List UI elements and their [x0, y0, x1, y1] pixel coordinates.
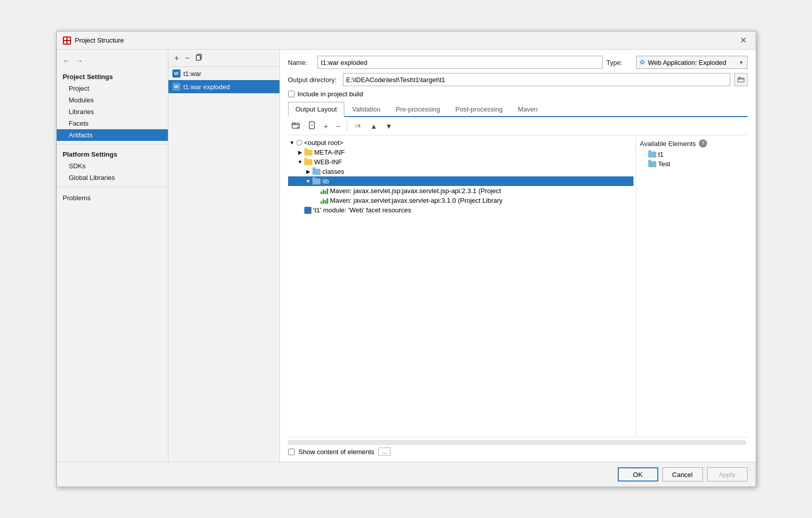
sidebar-item-artifacts[interactable]: Artifacts [57, 129, 168, 141]
output-dir-row: Output directory: [288, 73, 748, 86]
output-dir-input[interactable] [343, 73, 730, 86]
move-down-button[interactable]: ▼ [382, 120, 396, 132]
t1war-icon: W [172, 69, 181, 78]
artifact-t1war-exploded[interactable]: W t1:war exploded [168, 80, 279, 93]
add-dir-button[interactable]: + [288, 119, 303, 133]
tree-label-web-inf: WEB-INF [314, 158, 342, 166]
content-panel: Name: Type: ⚙ Web Application: Exploded … [280, 50, 756, 462]
tree-row-maven2[interactable]: Maven: javax.servlet:javax.servlet-api:3… [288, 196, 633, 205]
dialog-footer: OK Cancel Apply [57, 462, 756, 487]
maven2-icon [321, 197, 328, 204]
title-bar: Project Structure ✕ [57, 31, 756, 50]
bottom-bar [288, 437, 748, 445]
tree-toggle-lib: ▼ [304, 178, 312, 184]
cancel-button[interactable]: Cancel [662, 467, 703, 482]
type-dropdown[interactable]: ⚙ Web Application: Exploded ▼ [636, 56, 748, 69]
classes-folder-icon [312, 169, 321, 175]
tab-pre-processing[interactable]: Pre-processing [388, 102, 447, 116]
platform-settings-header: Platform Settings [57, 147, 168, 160]
available-elements-label: Available Elements [640, 140, 696, 147]
tree-label-meta-inf: META-INF [314, 149, 345, 156]
ok-button[interactable]: OK [618, 467, 658, 482]
tree-row-meta-inf[interactable]: ▶ META-INF [288, 147, 633, 157]
name-input[interactable] [317, 56, 603, 69]
t1war-exploded-icon: W [172, 83, 181, 91]
sidebar-nav-btns: ← → [57, 54, 168, 70]
output-layout-toolbar: + ≡ + − ↕a ▲ ▼ [288, 117, 748, 135]
remove-artifact-button[interactable]: − [183, 53, 192, 63]
maven1-icon [321, 188, 328, 194]
include-build-row: Include in project build [288, 90, 748, 98]
tab-maven[interactable]: Maven [510, 102, 545, 116]
show-content-checkbox[interactable] [288, 449, 295, 455]
tabs-bar: Output Layout Validation Pre-processing … [288, 102, 748, 117]
include-in-build-checkbox[interactable] [288, 91, 295, 97]
tree-row-output-root[interactable]: ▼ ⬡ <output root> [288, 137, 633, 147]
scrollbar[interactable] [288, 440, 746, 445]
browse-dir-button[interactable] [734, 73, 748, 86]
add-artifact-button[interactable]: + [172, 53, 181, 63]
tree-label-classes: classes [323, 168, 344, 175]
sidebar-item-problems[interactable]: Problems [57, 190, 168, 206]
svg-text:+: + [297, 125, 299, 129]
tree-label-module-facet: 't1' module: 'Web' facet resources [313, 206, 411, 214]
svg-text:↕a: ↕a [355, 122, 361, 128]
available-item-t1[interactable]: t1 [640, 150, 748, 159]
copy-artifact-button[interactable] [194, 53, 205, 63]
show-content-ellipsis-button[interactable]: ... [378, 448, 391, 456]
output-dir-label: Output directory: [288, 76, 339, 84]
sidebar: ← → Project Settings Project Modules Lib… [57, 50, 168, 462]
tree-toggle-output-root: ▼ [288, 140, 296, 145]
forward-button[interactable]: → [74, 56, 85, 66]
tree-label-maven1: Maven: javax.servlet.jsp:javax.servlet.j… [330, 187, 501, 195]
close-button[interactable]: ✕ [737, 34, 750, 46]
show-content-label: Show content of elements [299, 448, 375, 456]
back-button[interactable]: ← [61, 56, 72, 66]
artifact-t1war-exploded-label: t1:war exploded [184, 83, 230, 91]
sidebar-item-global-libraries[interactable]: Global Libraries [57, 172, 168, 183]
tree-label-maven2: Maven: javax.servlet:javax.servlet-api:3… [330, 197, 503, 204]
svg-rect-3 [67, 41, 70, 44]
sidebar-item-facets[interactable]: Facets [57, 118, 168, 129]
tree-row-lib[interactable]: ▼ lib [288, 176, 633, 186]
remove-element-button[interactable]: − [333, 120, 344, 132]
sort-button[interactable]: ↕a [350, 119, 366, 133]
type-label: Type: [607, 59, 632, 66]
help-icon[interactable]: ? [699, 139, 707, 147]
dialog-title: Project Structure [75, 36, 124, 44]
tree-row-maven1[interactable]: Maven: javax.servlet.jsp:javax.servlet.j… [288, 186, 633, 196]
apply-button[interactable]: Apply [707, 467, 748, 482]
tree-row-web-inf[interactable]: ▼ WEB-INF [288, 157, 633, 167]
available-test-icon [648, 161, 656, 167]
add-file-button[interactable]: ≡ [304, 119, 320, 133]
available-item-test[interactable]: Test [640, 159, 748, 169]
tab-validation[interactable]: Validation [344, 102, 388, 116]
tree-row-classes[interactable]: ▶ classes [288, 167, 633, 176]
type-value: Web Application: Exploded [648, 59, 726, 66]
dropdown-arrow-icon: ▼ [739, 60, 744, 65]
available-pane: Available Elements ? t1 Test [636, 137, 748, 435]
title-bar-left: Project Structure [63, 36, 124, 45]
sidebar-item-libraries[interactable]: Libraries [57, 106, 168, 118]
web-inf-folder-icon [304, 159, 312, 165]
toolbar-separator [347, 121, 347, 131]
add-element-button[interactable]: + [321, 120, 332, 132]
artifacts-panel: + − W t1:war W t1:war exploded [168, 50, 280, 462]
tree-toggle-classes: ▶ [304, 169, 312, 174]
svg-text:≡: ≡ [311, 124, 313, 127]
sidebar-item-modules[interactable]: Modules [57, 94, 168, 106]
svg-rect-1 [67, 38, 70, 40]
sidebar-item-project[interactable]: Project [57, 83, 168, 94]
tree-row-module-facet[interactable]: 't1' module: 'Web' facet resources [288, 205, 633, 215]
sidebar-item-sdks[interactable]: SDKs [57, 160, 168, 172]
project-structure-dialog: Project Structure ✕ ← → Project Settings… [56, 31, 756, 487]
tab-output-layout[interactable]: Output Layout [288, 102, 345, 117]
name-label: Name: [288, 59, 313, 66]
type-icon: ⚙ [640, 59, 645, 66]
svg-rect-6 [738, 78, 744, 82]
project-settings-header: Project Settings [57, 70, 168, 83]
artifact-t1war[interactable]: W t1:war [168, 67, 279, 80]
move-up-button[interactable]: ▲ [367, 120, 381, 132]
artifact-t1war-label: t1:war [184, 70, 201, 78]
tab-post-processing[interactable]: Post-processing [448, 102, 510, 116]
